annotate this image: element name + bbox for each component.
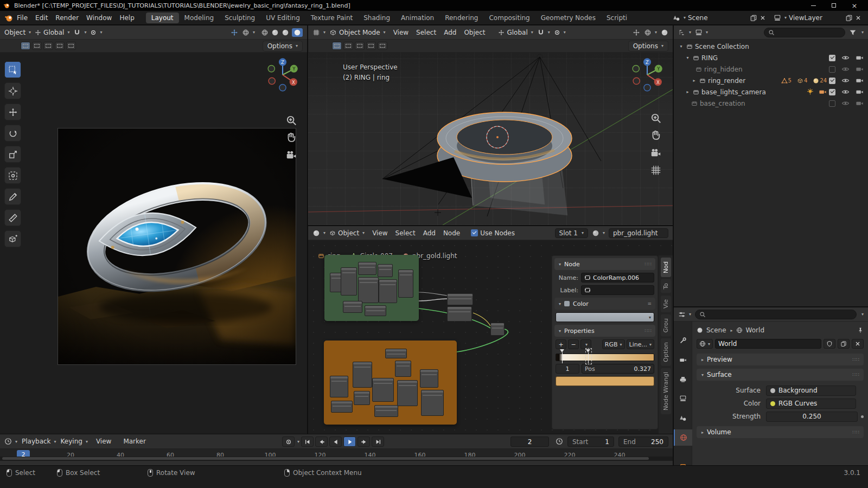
material-name-field[interactable]: pbr_gold.light (609, 228, 668, 238)
tool-add-cube[interactable] (4, 230, 21, 247)
pin-icon[interactable] (857, 327, 864, 333)
shading-solid-icon[interactable] (661, 29, 668, 36)
viewport-canvas[interactable]: User Perspective (2) RING | ring (308, 53, 673, 225)
expand-icon[interactable]: ▸ (691, 78, 697, 83)
node[interactable] (447, 306, 472, 322)
editor-type-button[interactable]: ▾ (312, 229, 326, 237)
node[interactable] (395, 361, 411, 377)
scrollbar-handle[interactable] (2, 457, 649, 460)
node[interactable] (372, 378, 394, 402)
outliner-search-input[interactable] (764, 28, 845, 37)
node[interactable] (331, 401, 353, 413)
camera-icon[interactable] (856, 99, 864, 107)
pan-hand-icon[interactable] (650, 129, 662, 141)
play-reverse-button[interactable] (329, 436, 342, 447)
auto-keying-button[interactable] (282, 436, 295, 447)
topbar-menu-item[interactable]: Window (82, 13, 116, 23)
transform-orientation-dropdown[interactable]: Global▾ (498, 29, 533, 36)
interpolation-dropdown[interactable]: Line...▾ (627, 339, 654, 349)
expand-icon[interactable]: ▾ (685, 55, 691, 60)
outliner-row-base-lights-camera[interactable]: ▸ base_lights_camera (674, 86, 868, 98)
topbar-menu-item[interactable]: Help (116, 13, 138, 23)
eye-icon[interactable] (841, 99, 850, 107)
viewlayer-name[interactable]: ViewLayer (789, 14, 843, 22)
node-name-field[interactable]: ColorRamp.006 (581, 273, 654, 282)
workspace-tab[interactable]: Shading (358, 12, 395, 23)
workspace-tab[interactable]: Sculpting (219, 12, 260, 23)
workspace-tab[interactable]: Modeling (179, 12, 220, 23)
exclude-checkbox-checked[interactable] (829, 78, 835, 84)
tool-rotate[interactable] (4, 125, 21, 142)
node[interactable] (421, 390, 444, 416)
node[interactable] (354, 391, 370, 405)
sidebar-tab[interactable]: Grou (661, 314, 671, 337)
animate-dot-icon[interactable] (861, 415, 864, 418)
tab-view-layer[interactable] (674, 390, 692, 407)
tab-tool[interactable] (674, 332, 692, 349)
tool-scale[interactable] (4, 146, 21, 163)
end-frame-field[interactable]: End250 (618, 436, 668, 447)
tab-render[interactable] (674, 352, 692, 368)
eye-icon[interactable] (841, 88, 850, 96)
exclude-checkbox-unchecked[interactable] (829, 100, 835, 107)
node[interactable] (365, 305, 386, 316)
new-scene-icon[interactable] (750, 14, 757, 22)
ramp-handle-active[interactable] (588, 352, 589, 363)
chevron-down-icon[interactable]: ▾ (784, 15, 787, 20)
node[interactable] (358, 277, 379, 303)
color-mode-dropdown[interactable]: RGB▾ (602, 339, 625, 349)
workspace-tab[interactable]: Animation (395, 12, 439, 23)
camera-view-icon[interactable] (650, 147, 662, 159)
select-mode-extend[interactable] (343, 42, 353, 50)
node[interactable] (341, 267, 357, 296)
current-frame-field[interactable]: 2 (510, 436, 549, 447)
proportional-edit-toggle[interactable]: ▾ (90, 29, 102, 36)
select-mode-subtract[interactable] (355, 42, 365, 50)
scene-name[interactable]: Scene (688, 14, 748, 22)
editor-type-button[interactable]: ▾ (678, 29, 691, 36)
tool-measure[interactable] (4, 209, 21, 226)
viewport-menu-item[interactable]: Select (412, 28, 440, 37)
color-section-header[interactable]: ▾ Color ≡ (554, 298, 655, 310)
tool-cursor[interactable] (4, 82, 21, 99)
exclude-checkbox-unchecked[interactable] (829, 66, 835, 73)
close-button[interactable]: × (844, 0, 865, 11)
topbar-menu-item[interactable]: Edit (31, 13, 52, 23)
chevron-down-icon[interactable]: ▾ (297, 439, 299, 444)
eye-icon[interactable] (841, 76, 850, 85)
node[interactable] (420, 369, 438, 388)
playback-menu[interactable]: Playback▾ (22, 438, 56, 445)
display-mode-dropdown[interactable]: ▾ (695, 29, 708, 36)
ramp-handle[interactable] (562, 352, 563, 363)
panel-grip-icon[interactable]: ∷∷ (853, 357, 860, 362)
blender-app-menu-icon[interactable] (4, 14, 13, 22)
node-panel-header[interactable]: ▾ Node ∷∷ (554, 258, 655, 270)
tool-transform[interactable] (4, 167, 21, 184)
shading-wireframe-icon[interactable] (261, 29, 269, 36)
node-canvas[interactable]: ring ▸ Circle.007 ▸ pbr_gold.light (308, 240, 673, 434)
node[interactable] (447, 293, 473, 305)
eye-icon[interactable] (841, 54, 850, 62)
workspace-tab[interactable]: Compositing (483, 12, 535, 23)
shading-material-icon[interactable] (282, 29, 289, 36)
remove-stop-button[interactable]: − (568, 339, 579, 349)
shading-rendered-active[interactable] (292, 28, 303, 37)
browse-material-button[interactable]: ▾ (592, 229, 605, 237)
camera-icon[interactable] (856, 76, 864, 85)
camera-icon[interactable] (856, 65, 864, 73)
select-mode-extend[interactable] (32, 42, 42, 50)
outliner-row-ring-render[interactable]: ▸ ring_render 5 4 24 (674, 75, 868, 86)
row-label[interactable]: RING (701, 54, 718, 62)
row-label[interactable]: ring_hidden (704, 66, 743, 73)
tab-scene[interactable] (674, 410, 692, 426)
shader-type-dropdown[interactable]: Object▾ (329, 229, 365, 237)
node[interactable] (358, 262, 376, 275)
preview-range-clock-icon[interactable] (556, 438, 563, 445)
tab-world[interactable] (674, 429, 692, 446)
overlays-toggle[interactable]: ▾ (242, 29, 255, 36)
select-mode-new[interactable] (332, 42, 342, 50)
outliner-row-ring-hidden[interactable]: ring_hidden (674, 63, 868, 75)
topbar-menu-item[interactable]: File (13, 13, 31, 23)
mode-dropdown[interactable]: Object▾ (4, 29, 31, 36)
pan-hand-icon[interactable] (285, 131, 297, 143)
